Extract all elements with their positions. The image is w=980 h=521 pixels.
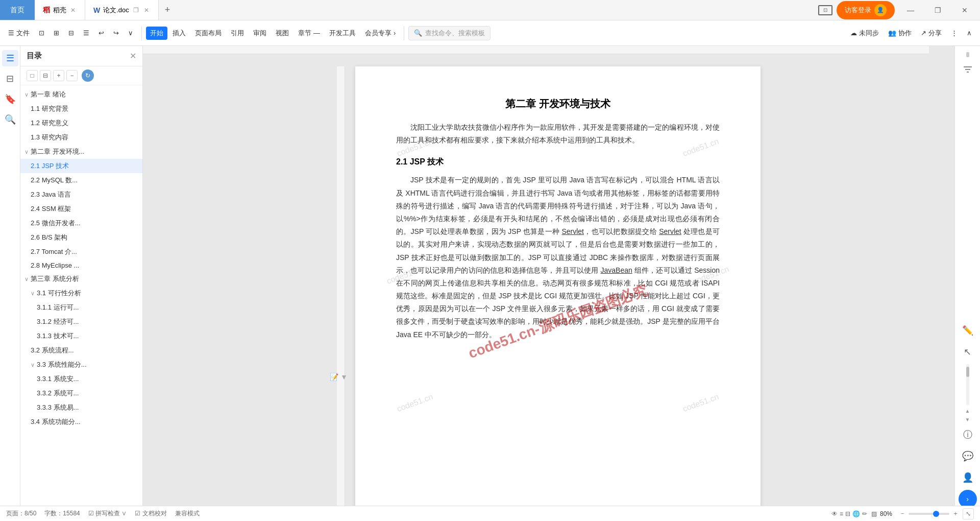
doc-check[interactable]: ☑ 文档校对 [135, 509, 166, 518]
scroll-up-arrow[interactable]: ▲ [965, 408, 970, 414]
view-tab[interactable]: 视图 [272, 27, 293, 40]
compat-mode: 兼容模式 [175, 509, 200, 518]
toc-expand-btn[interactable]: + [53, 70, 64, 81]
view-icon-2[interactable]: ≡ [840, 510, 843, 517]
visit-login-button[interactable]: 访客登录 👤 [837, 1, 895, 19]
toc-item-2-1[interactable]: 2.1 JSP 技术 [20, 159, 142, 173]
member-tab[interactable]: 会员专享 › [361, 27, 400, 40]
view-icon-3[interactable]: ⊟ [845, 510, 850, 517]
collapse-button[interactable]: ∧ [963, 27, 976, 39]
toc-item-3-1-1[interactable]: 3.1.1 运行可... [20, 300, 142, 315]
unsync-button[interactable]: ☁ 未同步 [846, 27, 883, 40]
toc-item-3-1[interactable]: ∨ 3.1 可行性分析 [20, 286, 142, 300]
visit-login-label: 访客登录 [845, 6, 871, 15]
spell-check[interactable]: ☑ 拼写检查 ∨ [88, 509, 127, 518]
toc-chapter3[interactable]: ∨ 第三章 系统分析 [20, 272, 142, 286]
toc-collapse-level[interactable]: ⊟ [40, 70, 51, 81]
doc-tab-close[interactable]: ✕ [143, 6, 150, 15]
comment-marker[interactable]: 📝 ▼ [330, 373, 348, 381]
chapter-tab[interactable]: 章节 — [294, 27, 324, 40]
layout-tab[interactable]: 页面布局 [191, 27, 226, 40]
devtools-tab[interactable]: 开发工具 [325, 27, 360, 40]
view-icon-button[interactable]: ☰ [79, 27, 93, 39]
toc-item-1-2[interactable]: 1.2 研究意义 [20, 116, 142, 130]
servlet-link-1: Servlet [561, 227, 584, 235]
doc-tab-close-icon[interactable]: ❐ [132, 6, 140, 15]
compat-mode-label: 兼容模式 [175, 509, 200, 518]
toc-item-2-4[interactable]: 2.4 SSM 框架 [20, 202, 142, 216]
maximize-button[interactable]: ❐ [926, 0, 949, 20]
user-icon-right[interactable]: 👤 [959, 468, 977, 487]
close-button[interactable]: ✕ [953, 0, 976, 20]
insert-tab-label: 插入 [173, 29, 186, 38]
toc-chapter1[interactable]: ∨ 第一章 绪论 [20, 87, 142, 102]
doc-tab[interactable]: W 论文.doc ❐ ✕ [85, 0, 159, 20]
nav-icon[interactable]: ⊟ [2, 70, 18, 87]
toc-item-3-3-1[interactable]: 3.3.1 系统安... [20, 372, 142, 386]
review-tab[interactable]: 审阅 [249, 27, 271, 40]
toc-icon[interactable]: ☰ [2, 50, 18, 66]
zoom-plus[interactable]: ＋ [952, 509, 959, 518]
toc-chapter2[interactable]: ∨ 第二章 开发环境... [20, 145, 142, 159]
start-tab[interactable]: 开始 [146, 27, 167, 40]
toc-item-1-1[interactable]: 1.1 研究背景 [20, 102, 142, 116]
minimize-button[interactable]: — [899, 0, 922, 20]
bookmark-icon[interactable]: 🔖 [2, 91, 18, 107]
more-options-button[interactable]: ⋮ [947, 27, 962, 39]
home-tab[interactable]: 首页 [0, 0, 35, 20]
share-button[interactable]: ↗ 分享 [917, 27, 946, 40]
toc-collapse-btn[interactable]: − [66, 70, 78, 81]
toc-item-2-3[interactable]: 2.3 Java 语言 [20, 187, 142, 202]
toc-item-3-3[interactable]: ∨ 3.3 系统性能分... [20, 358, 142, 372]
view-icon-1[interactable]: 👁 [831, 510, 838, 517]
search-box[interactable]: 🔍 查找命令、搜索模板 [408, 26, 491, 40]
toolbar-separator-1 [141, 26, 142, 40]
print-icon-button[interactable]: ⊟ [64, 27, 78, 39]
edit-icon[interactable]: ✏️ [959, 321, 977, 340]
toc-item-2-7[interactable]: 2.7 Tomcat 介... [20, 245, 142, 259]
view-icon-4[interactable]: 🌐 [852, 510, 860, 517]
toc-item-3-3-2[interactable]: 3.3.2 系统可... [20, 386, 142, 400]
toc-item-3-1-3[interactable]: 3.1.3 技术可... [20, 329, 142, 343]
search-side-icon[interactable]: 🔍 [2, 111, 18, 128]
open-icon-button[interactable]: ⊞ [50, 27, 63, 39]
toc-item-3-1-2[interactable]: 3.1.2 经济可... [20, 315, 142, 329]
fullscreen-button[interactable]: ⤡ [963, 508, 974, 519]
file-menu-button[interactable]: ☰ 文件 [4, 27, 34, 40]
toc-item-3-4[interactable]: 3.4 系统功能分... [20, 415, 142, 429]
undo-button[interactable]: ↩ [94, 27, 108, 39]
wps-tab[interactable]: 稻 稻壳 ✕ [35, 0, 85, 20]
toc-label-1-3: 1.3 研究内容 [31, 133, 68, 142]
wps-tab-close[interactable]: ✕ [69, 6, 77, 15]
toc-expand-all[interactable]: □ [27, 70, 38, 81]
cloud-icon: ☁ [850, 29, 857, 37]
pointer-icon[interactable]: ↖ [959, 343, 977, 361]
toc-close-button[interactable]: ✕ [130, 51, 136, 61]
add-tab-button[interactable]: + [159, 5, 177, 15]
reference-tab[interactable]: 引用 [227, 27, 248, 40]
chat-icon[interactable]: 💬 [959, 447, 977, 465]
page-info: 页面：8/50 [6, 509, 36, 518]
view-icon-5[interactable]: ✏ [862, 510, 867, 517]
toc-refresh-button[interactable]: ↻ [82, 69, 94, 82]
filter-icon[interactable] [959, 60, 977, 79]
toc-item-2-6[interactable]: 2.6 B/S 架构 [20, 230, 142, 245]
screen-mode-icon[interactable]: ⊡ [818, 5, 832, 15]
zoom-slider[interactable] [909, 513, 949, 515]
redo-button[interactable]: ↪ [109, 27, 123, 39]
toc-item-2-5[interactable]: 2.5 微信开发者... [20, 216, 142, 230]
info-icon[interactable]: ⓘ [959, 425, 977, 444]
scroll-down-arrow[interactable]: ▼ [965, 417, 970, 422]
zoom-minus[interactable]: － [899, 509, 905, 518]
toc-item-3-2[interactable]: 3.2 系统流程... [20, 343, 142, 358]
coop-button[interactable]: 👥 协作 [884, 27, 916, 40]
toc-label-3-3: 3.3 系统性能分... [37, 360, 87, 369]
more-undo-button[interactable]: ∨ [124, 27, 137, 39]
save-icon-button[interactable]: ⊡ [35, 27, 48, 39]
toc-item-2-8[interactable]: 2.8 MyEclipse ... [20, 259, 142, 272]
insert-tab[interactable]: 插入 [168, 27, 190, 40]
toc-item-1-3[interactable]: 1.3 研究内容 [20, 130, 142, 145]
scroll-track[interactable] [966, 364, 969, 405]
toc-item-3-3-3[interactable]: 3.3.3 系统易... [20, 400, 142, 415]
toc-item-2-2[interactable]: 2.2 MySQL 数... [20, 173, 142, 187]
